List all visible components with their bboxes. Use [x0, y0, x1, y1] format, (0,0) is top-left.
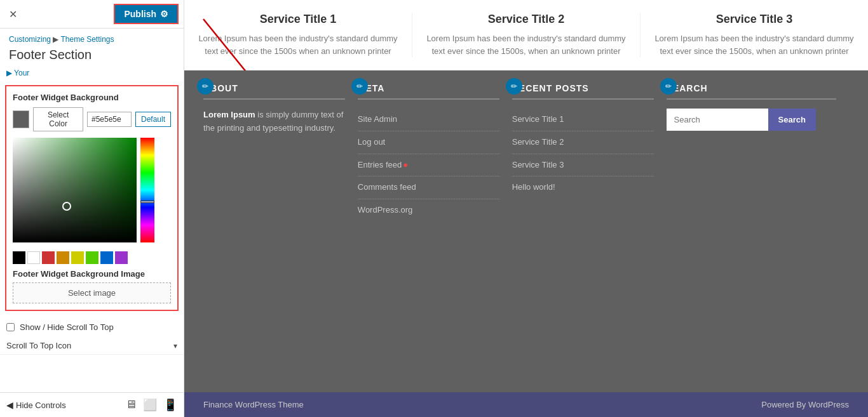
chevron-down-icon: ▾: [173, 341, 177, 350]
publish-label: Publish: [124, 9, 156, 19]
recent-item-1: Service Title 1: [512, 109, 654, 131]
about-widget-content: Lorem Ipsum is simply dummy text of the …: [203, 109, 345, 135]
swatch-orange[interactable]: [57, 251, 69, 264]
footer-bar: Finance WordPress Theme Powered By WordP…: [184, 392, 868, 417]
color-swatches-row: [13, 251, 171, 264]
hide-controls-label: Hide Controls: [16, 400, 66, 410]
meta-widget-title: META: [358, 83, 499, 100]
search-widget-title: SEARCH: [667, 83, 836, 100]
top-bar: ✕ Publish ⚙: [0, 0, 184, 29]
hue-handle: [140, 201, 154, 203]
recent-item-2: Service Title 2: [512, 131, 654, 154]
color-picker-circle: [62, 202, 71, 211]
section-title: Footer Section: [0, 46, 184, 69]
meta-item-logout[interactable]: Log out: [358, 131, 499, 154]
default-button[interactable]: Default: [135, 112, 171, 127]
swatch-blue[interactable]: [100, 251, 113, 264]
service-title-2: Service Title 2: [425, 13, 627, 26]
footer-widget-background-box: Footer Widget Background Select Color De…: [5, 85, 179, 311]
device-icons: 🖥 ⬜ 📱: [125, 398, 177, 412]
breadcrumb-theme-settings[interactable]: Theme Settings: [61, 35, 114, 44]
search-input-row: Search: [667, 109, 836, 131]
swatch-black[interactable]: [13, 251, 25, 264]
footer-section: ✏ ABOUT Lorem Ipsum is simply dummy text…: [184, 70, 868, 392]
service-desc-2: Lorem Ipsum has been the industry's stan…: [425, 32, 627, 57]
recent-posts-content: Service Title 1 Service Title 2 Service …: [512, 109, 654, 199]
scroll-top-label: Show / Hide Scroll To Top: [20, 322, 114, 332]
search-widget-edit-icon[interactable]: ✏: [660, 78, 677, 95]
recent-posts-title: RECENT POSTS: [512, 83, 654, 100]
recent-posts-widget: ✏ RECENT POSTS Service Title 1 Service T…: [512, 83, 667, 234]
color-hex-input[interactable]: [87, 112, 132, 127]
meta-item-entries-feed[interactable]: Entries feed●: [358, 154, 499, 177]
breadcrumb-customizing[interactable]: Customizing: [9, 35, 51, 44]
breadcrumb: Customizing ▶ Theme Settings: [0, 29, 184, 46]
swatch-red[interactable]: [42, 251, 55, 264]
hue-slider[interactable]: [140, 138, 154, 242]
about-widget-title: ABOUT: [203, 83, 345, 100]
mobile-icon[interactable]: 📱: [163, 398, 177, 412]
tablet-icon[interactable]: ⬜: [143, 398, 157, 412]
select-image-button[interactable]: Select image: [13, 282, 171, 303]
meta-widget-content: Site Admin Log out Entries feed● Comment…: [358, 109, 499, 222]
publish-button[interactable]: Publish ⚙: [114, 4, 179, 24]
meta-item-wordpress-org[interactable]: WordPress.org: [358, 199, 499, 222]
service-desc-1: Lorem Ipsum has been the industry's stan…: [197, 32, 399, 57]
footer-widgets: ✏ ABOUT Lorem Ipsum is simply dummy text…: [203, 83, 849, 234]
scroll-top-icon-row[interactable]: Scroll To Top Icon ▾: [0, 338, 184, 355]
fw-bg-title: Footer Widget Background: [13, 93, 171, 102]
services-section: Service Title 1 Lorem Ipsum has been the…: [184, 0, 868, 70]
meta-item-comments-feed[interactable]: Comments feed: [358, 176, 499, 199]
service-desc-3: Lorem Ipsum has been the industry's stan…: [653, 32, 855, 57]
hide-controls-button[interactable]: ◀ Hide Controls: [6, 400, 66, 410]
search-input[interactable]: [667, 109, 768, 131]
scroll-top-checkbox[interactable]: [6, 323, 15, 331]
swatch-green[interactable]: [86, 251, 98, 264]
scroll-top-icon-label: Scroll To Top Icon: [6, 341, 71, 350]
gear-icon: ⚙: [160, 9, 168, 19]
color-swatch[interactable]: [13, 110, 29, 128]
panel-section-label: ▶ Your: [0, 69, 184, 80]
fw-bg-image-label: Footer Widget Background Image: [13, 269, 171, 279]
close-button[interactable]: ✕: [5, 6, 20, 22]
footer-bar-left: Finance WordPress Theme: [203, 400, 304, 409]
service-title-1: Service Title 1: [197, 13, 399, 26]
service-col-1: Service Title 1 Lorem Ipsum has been the…: [184, 13, 412, 57]
service-title-3: Service Title 3: [653, 13, 855, 26]
color-picker-wrapper: [13, 138, 171, 246]
recent-item-3: Service Title 3: [512, 154, 654, 177]
left-panel: ✕ Publish ⚙ Customizing ▶ Theme Settings…: [0, 0, 184, 417]
about-widget-edit-icon[interactable]: ✏: [197, 78, 214, 95]
about-text-bold: Lorem Ipsum: [203, 110, 255, 119]
meta-widget-edit-icon[interactable]: ✏: [351, 78, 368, 95]
swatch-yellow[interactable]: [71, 251, 84, 264]
select-color-button[interactable]: Select Color: [33, 107, 83, 131]
bottom-controls: ◀ Hide Controls 🖥 ⬜ 📱: [0, 392, 184, 417]
footer-bar-right: Powered By WordPress: [761, 400, 849, 409]
right-preview: Service Title 1 Lorem Ipsum has been the…: [184, 0, 868, 417]
scroll-top-row: Show / Hide Scroll To Top: [0, 316, 184, 338]
search-widget: ✏ SEARCH Search: [667, 83, 849, 234]
recent-item-4: Hello world!: [512, 176, 654, 199]
swatch-purple[interactable]: [115, 251, 128, 264]
service-col-3: Service Title 3 Lorem Ipsum has been the…: [641, 13, 868, 57]
color-row: Select Color Default: [13, 107, 171, 131]
meta-item-site-admin[interactable]: Site Admin: [358, 109, 499, 131]
color-picker-area[interactable]: [13, 138, 137, 242]
meta-widget: ✏ META Site Admin Log out Entries feed● …: [358, 83, 512, 234]
service-col-2: Service Title 2 Lorem Ipsum has been the…: [412, 13, 641, 57]
about-widget: ✏ ABOUT Lorem Ipsum is simply dummy text…: [203, 83, 358, 234]
search-submit-button[interactable]: Search: [768, 109, 816, 131]
recent-posts-edit-icon[interactable]: ✏: [506, 78, 522, 95]
desktop-icon[interactable]: 🖥: [125, 398, 137, 412]
arrow-left-icon: ◀: [6, 400, 13, 410]
swatch-white[interactable]: [27, 251, 40, 264]
breadcrumb-sep: ▶: [53, 35, 58, 44]
